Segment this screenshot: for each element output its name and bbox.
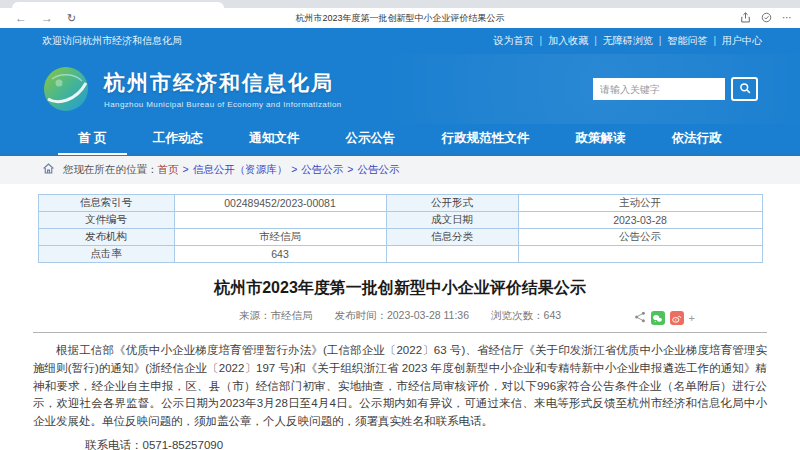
page-title: 杭州市2023年度第一批创新型中小企业评价结果公示 xyxy=(33,278,767,299)
link-smart-qa[interactable]: 智能问答 xyxy=(667,34,722,48)
more-icon[interactable]: ⋯ xyxy=(782,13,792,23)
welcome-text: 欢迎访问杭州市经济和信息化局 xyxy=(42,34,182,48)
table-row: 发布机构 市经信局 信息分类 公告公示 xyxy=(38,229,762,246)
article-paragraph: 根据工信部《优质中小企业梯度培育管理暂行办法》(工信部企业〔2022〕63 号)… xyxy=(33,342,767,431)
info-value: 市经信局 xyxy=(174,229,386,246)
info-value: 公告公示 xyxy=(518,229,762,246)
site-masthead: 杭州市经济和信息化局 Hangzhou Municipal Bureau of … xyxy=(0,54,800,124)
info-value xyxy=(518,246,762,263)
breadcrumb-announcements[interactable]: 公告公示 xyxy=(301,163,357,177)
title-divider xyxy=(33,332,767,333)
utility-bar: 欢迎访问杭州市经济和信息化局 设为首页 加入收藏 无障碍浏览 智能问答 用户中心 xyxy=(0,28,800,54)
article-publish-time: 发布时间：2023-03-28 11:36 xyxy=(334,309,469,323)
search-button[interactable] xyxy=(731,77,758,101)
nav-item-administration-by-law[interactable]: 依法行政 xyxy=(670,124,724,153)
info-label: 成文日期 xyxy=(386,212,518,229)
info-value xyxy=(386,246,518,263)
article-content: 信息索引号 002489452/2023-00081 公开形式 主动公开 文件编… xyxy=(0,184,800,450)
info-value: 002489452/2023-00081 xyxy=(174,195,386,212)
site-logo-icon xyxy=(42,65,90,113)
info-value: 主动公开 xyxy=(518,195,762,212)
info-label: 点击率 xyxy=(38,246,174,263)
nav-item-policy-interpretation[interactable]: 政策解读 xyxy=(574,124,628,153)
info-label: 发布机构 xyxy=(38,229,174,246)
breadcrumb-info-disclosure[interactable]: 信息公开（资源库） xyxy=(193,163,302,177)
nav-item-work-news[interactable]: 工作动态 xyxy=(151,124,205,153)
article-meta: 来源：市经信局 发布时间：2023-03-28 11:36 浏览次数：643 xyxy=(33,309,767,325)
share-more-icon[interactable]: + xyxy=(689,312,695,324)
browser-chrome: ← → ↻ 杭州市2023年度第一批创新型中小企业评价结果公示 ⋯ xyxy=(0,0,800,28)
article-source: 来源：市经信局 xyxy=(239,309,313,323)
main-nav: 首 页 工作动态 通知文件 公示公告 行政规范性文件 政策解读 依法行政 xyxy=(0,124,800,156)
table-row: 信息索引号 002489452/2023-00081 公开形式 主动公开 xyxy=(38,195,762,212)
back-icon[interactable]: ← xyxy=(8,12,34,24)
home-icon xyxy=(42,161,55,179)
table-row: 点击率 643 xyxy=(38,246,762,263)
link-set-homepage[interactable]: 设为首页 xyxy=(494,34,549,48)
contact-phone: 联系电话：0571-85257090 xyxy=(33,435,767,450)
search-icon xyxy=(739,82,751,97)
nav-item-announcements[interactable]: 公示公告 xyxy=(343,124,397,153)
site-name-en: Hangzhou Municipal Bureau of Economy and… xyxy=(104,100,342,109)
tab-strip xyxy=(0,0,800,8)
document-info-table: 信息索引号 002489452/2023-00081 公开形式 主动公开 文件编… xyxy=(38,194,763,263)
link-accessibility[interactable]: 无障碍浏览 xyxy=(603,34,668,48)
breadcrumb: 您现在所在的位置： 首页 信息公开（资源库） 公告公示 公告公示 xyxy=(0,156,800,184)
site-name: 杭州市经济和信息化局 xyxy=(104,69,342,97)
shield-icon[interactable] xyxy=(761,12,772,25)
nav-item-regulatory-docs[interactable]: 行政规范性文件 xyxy=(440,124,532,153)
forward-icon[interactable]: → xyxy=(34,12,60,24)
table-row: 文件编号 成文日期 2023-03-28 xyxy=(38,212,762,229)
link-user-center[interactable]: 用户中心 xyxy=(722,34,762,48)
contact-info: 联系电话：0571-85257090 电子邮箱：2410483534@qq.co… xyxy=(33,435,767,450)
info-value: 2023-03-28 xyxy=(518,212,762,229)
share-icon[interactable] xyxy=(740,12,751,25)
search-input[interactable] xyxy=(593,78,725,100)
share-nodes-icon[interactable] xyxy=(634,309,646,327)
info-label: 公开形式 xyxy=(386,195,518,212)
info-value xyxy=(174,212,386,229)
nav-item-home[interactable]: 首 页 xyxy=(76,124,108,153)
info-label: 信息分类 xyxy=(386,229,518,246)
breadcrumb-home[interactable]: 首页 xyxy=(158,163,193,177)
article-views: 浏览次数：643 xyxy=(491,309,561,323)
weibo-share-icon[interactable] xyxy=(670,311,684,325)
info-label: 信息索引号 xyxy=(38,195,174,212)
link-add-favorite[interactable]: 加入收藏 xyxy=(548,34,603,48)
refresh-icon[interactable]: ↻ xyxy=(60,13,83,24)
site-search xyxy=(593,77,758,101)
share-buttons: + xyxy=(634,309,695,327)
browser-page-title: 杭州市2023年度第一批创新型中小企业评价结果公示 xyxy=(0,12,800,25)
info-value: 643 xyxy=(174,246,386,263)
nav-item-notices[interactable]: 通知文件 xyxy=(247,124,301,153)
breadcrumb-current[interactable]: 公告公示 xyxy=(357,163,399,177)
utility-links: 设为首页 加入收藏 无障碍浏览 智能问答 用户中心 xyxy=(494,34,762,48)
breadcrumb-prefix: 您现在所在的位置： xyxy=(63,163,158,177)
browser-toolbar: ← → ↻ 杭州市2023年度第一批创新型中小企业评价结果公示 ⋯ xyxy=(0,8,800,28)
wechat-share-icon[interactable] xyxy=(651,311,665,325)
info-label: 文件编号 xyxy=(38,212,174,229)
